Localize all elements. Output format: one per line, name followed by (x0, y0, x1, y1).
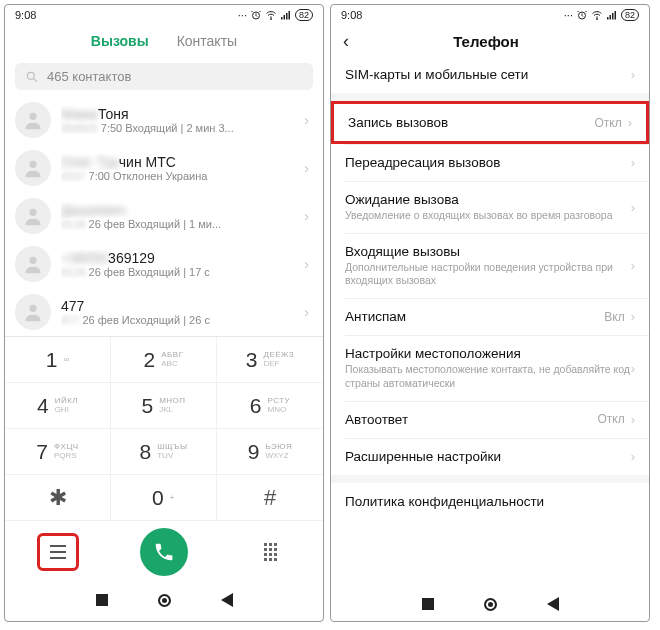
call-log: МамаТоня 068920 7:50 Входящий | 2 мин 3.… (5, 96, 323, 336)
svg-rect-4 (286, 13, 288, 20)
settings-screen: 9:08 ··· 82 ‹ Телефон SIM-карты и мобиль… (330, 4, 650, 622)
more-icon: ··· (564, 9, 573, 21)
android-nav (5, 583, 323, 617)
bottom-bar (5, 521, 323, 583)
svg-point-10 (29, 257, 36, 264)
svg-rect-3 (283, 15, 285, 20)
chevron-right-icon: › (631, 309, 635, 324)
key-9[interactable]: 9ЬЭЮЯWXYZ (217, 429, 323, 475)
key-4[interactable]: 4ИЙКЛGHI (5, 383, 111, 429)
call-row[interactable]: МамаТоня 068920 7:50 Входящий | 2 мин 3.… (5, 96, 323, 144)
tab-calls[interactable]: Вызовы (91, 33, 149, 49)
tabs: Вызовы Контакты (5, 23, 323, 57)
avatar (15, 198, 51, 234)
svg-rect-14 (607, 17, 609, 20)
nav-back[interactable] (221, 593, 233, 607)
chevron-right-icon[interactable]: › (300, 112, 313, 128)
svg-rect-17 (614, 11, 616, 20)
svg-rect-5 (288, 11, 290, 20)
avatar (15, 294, 51, 330)
call-row[interactable]: Олег Турчин МТС 4337 7:00 Отклонен Украи… (5, 144, 323, 192)
chevron-right-icon: › (631, 67, 635, 82)
wifi-icon (265, 9, 277, 21)
back-button[interactable]: ‹ (341, 31, 353, 52)
avatar (15, 246, 51, 282)
key-star[interactable]: ✱ (5, 475, 111, 521)
svg-point-11 (29, 305, 36, 312)
dialpad-toggle-icon[interactable] (264, 543, 277, 561)
signal-icon (606, 9, 618, 21)
svg-point-1 (270, 19, 271, 20)
phone-icon (153, 541, 175, 563)
chevron-right-icon[interactable]: › (300, 304, 313, 320)
call-row[interactable]: 477 477 26 фев Исходящий | 26 с › (5, 288, 323, 336)
dialpad: 1∞ 2АБВГABC 3ДЕЁЖЗDEF 4ИЙКЛGHI 5МНОПJKL … (5, 336, 323, 521)
call-button[interactable] (140, 528, 188, 576)
key-5[interactable]: 5МНОПJKL (111, 383, 217, 429)
call-row[interactable]: Дашкевич 0118 26 фев Входящий | 1 ми... … (5, 192, 323, 240)
titlebar: ‹ Телефон (331, 23, 649, 56)
svg-point-9 (29, 209, 36, 216)
row-call-waiting[interactable]: Ожидание вызоваУведомление о входящих вы… (331, 181, 649, 233)
menu-button[interactable] (41, 537, 75, 567)
status-bar: 9:08 ··· 82 (331, 5, 649, 23)
tab-contacts[interactable]: Контакты (177, 33, 237, 49)
key-0[interactable]: 0+ (111, 475, 217, 521)
chevron-right-icon[interactable]: › (300, 208, 313, 224)
avatar (15, 150, 51, 186)
row-call-recording[interactable]: Запись вызовов Откл › (331, 101, 649, 144)
chevron-right-icon[interactable]: › (300, 256, 313, 272)
alarm-icon (250, 9, 262, 21)
row-advanced-settings[interactable]: Расширенные настройки › (331, 438, 649, 475)
page-title: Телефон (353, 33, 619, 50)
svg-point-13 (596, 19, 597, 20)
key-1[interactable]: 1∞ (5, 337, 111, 383)
battery-icon: 82 (295, 9, 313, 21)
android-nav (331, 587, 649, 621)
clock: 9:08 (15, 9, 36, 21)
chevron-right-icon: › (631, 361, 635, 376)
row-privacy-policy[interactable]: Политика конфиденциальности (331, 483, 649, 520)
more-icon: ··· (238, 9, 247, 21)
key-6[interactable]: 6РСТУMNO (217, 383, 323, 429)
nav-home[interactable] (484, 598, 497, 611)
row-location-settings[interactable]: Настройки местоположенияПоказывать место… (331, 335, 649, 400)
key-2[interactable]: 2АБВГABC (111, 337, 217, 383)
nav-recents[interactable] (422, 598, 434, 610)
svg-point-7 (29, 113, 36, 120)
key-7[interactable]: 7ФХЦЧPQRS (5, 429, 111, 475)
chevron-right-icon: › (631, 449, 635, 464)
wifi-icon (591, 9, 603, 21)
battery-icon: 82 (621, 9, 639, 21)
row-auto-answer[interactable]: Автоответ Откл › (331, 401, 649, 438)
chevron-right-icon: › (631, 155, 635, 170)
hamburger-icon (49, 545, 67, 559)
row-antispam[interactable]: Антиспам Вкл › (331, 298, 649, 335)
row-sim-networks[interactable]: SIM-карты и мобильные сети › (331, 56, 649, 93)
svg-rect-16 (612, 13, 614, 20)
chevron-right-icon[interactable]: › (300, 160, 313, 176)
row-call-forwarding[interactable]: Переадресация вызовов › (331, 144, 649, 181)
nav-recents[interactable] (96, 594, 108, 606)
nav-back[interactable] (547, 597, 559, 611)
signal-icon (280, 9, 292, 21)
svg-rect-2 (281, 17, 283, 20)
row-incoming-calls[interactable]: Входящие вызовыДополнительные настройки … (331, 233, 649, 298)
chevron-right-icon: › (631, 200, 635, 215)
value: Вкл (604, 310, 624, 324)
search-input[interactable]: 465 контактов (15, 63, 313, 90)
svg-point-8 (29, 161, 36, 168)
nav-home[interactable] (158, 594, 171, 607)
avatar (15, 102, 51, 138)
svg-rect-15 (609, 15, 611, 20)
svg-point-6 (27, 72, 34, 79)
key-hash[interactable]: # (217, 475, 323, 521)
chevron-right-icon: › (631, 258, 635, 273)
settings-list: SIM-карты и мобильные сети › Запись вызо… (331, 56, 649, 587)
dialer-screen: 9:08 ··· 82 Вызовы Контакты 465 контакто… (4, 4, 324, 622)
key-8[interactable]: 8ШЩЪЫTUV (111, 429, 217, 475)
clock: 9:08 (341, 9, 362, 21)
call-row[interactable]: +38050369129 9129 26 фев Входящий | 17 с… (5, 240, 323, 288)
chevron-right-icon: › (631, 412, 635, 427)
key-3[interactable]: 3ДЕЁЖЗDEF (217, 337, 323, 383)
